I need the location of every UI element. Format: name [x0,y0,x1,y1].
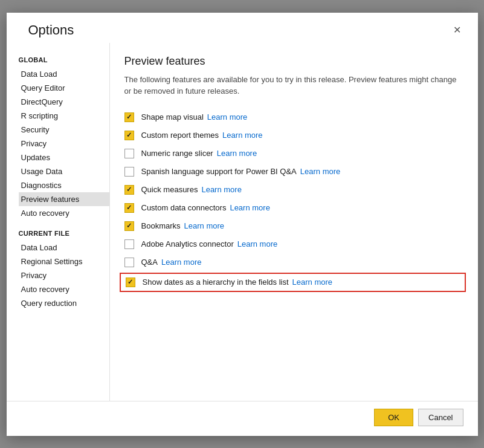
sidebar: GLOBAL Data Load Query Editor DirectQuer… [7,43,109,401]
dialog-title: Options [28,22,448,38]
feature-numeric-range-slicer: Numeric range slicer Learn more [124,144,461,163]
checkbox-adobe-analytics[interactable] [124,238,137,250]
feature-shape-map-visual: Shape map visual Learn more [124,108,461,126]
learn-more-qna[interactable]: Learn more [161,258,201,267]
sidebar-item-diagnostics[interactable]: Diagnostics [19,178,109,192]
close-button[interactable]: ✕ [448,23,466,37]
checkbox-spanish-language[interactable] [124,166,137,178]
feature-adobe-analytics: Adobe Analytics connector Learn more [124,235,461,253]
checkbox-shape-map[interactable] [124,111,137,123]
sidebar-item-cf-privacy[interactable]: Privacy [19,268,109,282]
sidebar-item-cf-auto-recovery[interactable]: Auto recovery [19,282,109,296]
options-dialog: Options ✕ GLOBAL Data Load Query Editor … [7,13,478,436]
checkbox-quick-measures[interactable] [124,184,137,196]
dialog-titlebar: Options ✕ [7,13,478,43]
learn-more-custom-data-connectors[interactable]: Learn more [230,203,269,212]
current-file-section-title: CURRENT FILE [19,230,109,237]
content-area: Preview features The following features … [109,43,478,401]
feature-quick-measures: Quick measures Learn more [124,181,461,199]
content-description: The following features are available for… [124,74,461,97]
learn-more-show-dates-hierarchy[interactable]: Learn more [292,278,332,287]
learn-more-quick-measures[interactable]: Learn more [201,185,241,194]
sidebar-item-updates[interactable]: Updates [19,151,109,164]
learn-more-custom-report-themes[interactable]: Learn more [222,131,262,140]
global-section-title: GLOBAL [19,56,109,63]
ok-button[interactable]: OK [374,409,413,426]
checkbox-custom-data-connectors[interactable] [124,202,137,214]
dialog-body: GLOBAL Data Load Query Editor DirectQuer… [7,43,478,401]
sidebar-item-cf-regional-settings[interactable]: Regional Settings [19,255,109,268]
learn-more-numeric-range-slicer[interactable]: Learn more [217,149,257,158]
sidebar-item-r-scripting[interactable]: R scripting [19,109,109,123]
cancel-button[interactable]: Cancel [418,409,463,426]
learn-more-spanish-language[interactable]: Learn more [300,167,340,176]
sidebar-item-directquery[interactable]: DirectQuery [19,95,109,109]
dialog-footer: OK Cancel [7,401,478,436]
sidebar-item-data-load[interactable]: Data Load [19,67,109,81]
sidebar-item-privacy[interactable]: Privacy [19,137,109,151]
feature-custom-report-themes: Custom report themes Learn more [124,126,461,144]
learn-more-adobe-analytics[interactable]: Learn more [237,239,277,248]
checkbox-qna[interactable] [124,256,137,268]
feature-show-dates-hierarchy: Show dates as a hierarchy in the fields … [120,273,466,292]
sidebar-item-security[interactable]: Security [19,123,109,137]
sidebar-item-cf-query-reduction[interactable]: Query reduction [19,296,109,310]
feature-custom-data-connectors: Custom data connectors Learn more [124,199,461,217]
feature-qna: Q&A Learn more [124,253,461,271]
learn-more-bookmarks[interactable]: Learn more [184,221,224,230]
checkbox-custom-report-themes[interactable] [124,129,137,141]
feature-bookmarks: Bookmarks Learn more [124,217,461,235]
sidebar-item-cf-data-load[interactable]: Data Load [19,241,109,255]
learn-more-shape-map[interactable]: Learn more [207,112,247,122]
sidebar-item-preview-features[interactable]: Preview features [19,192,109,206]
checkbox-show-dates-hierarchy[interactable] [126,276,138,288]
checkbox-numeric-range-slicer[interactable] [124,148,137,160]
sidebar-item-usage-data[interactable]: Usage Data [19,164,109,178]
feature-spanish-language: Spanish language support for Power BI Q&… [124,163,461,181]
checkbox-bookmarks[interactable] [124,220,137,232]
sidebar-item-query-editor[interactable]: Query Editor [19,81,109,95]
content-title: Preview features [124,55,461,68]
sidebar-item-auto-recovery[interactable]: Auto recovery [19,206,109,220]
